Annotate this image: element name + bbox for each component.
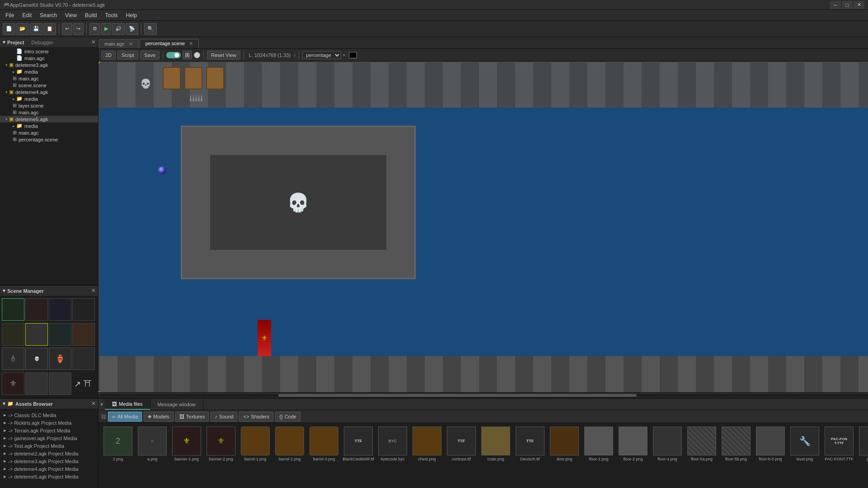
asset-floor1[interactable]: floor-1.png — [583, 427, 615, 461]
menu-file[interactable]: File — [2, 11, 18, 19]
menu-edit[interactable]: Edit — [19, 11, 35, 19]
asset-floorb5[interactable]: floor-b-5.png — [755, 427, 786, 461]
project-tab-project[interactable]: Project — [7, 40, 24, 45]
undo-button[interactable]: ↩ — [62, 23, 72, 35]
save-toolbar-button[interactable]: 💾 — [30, 23, 42, 35]
asset-barrel3[interactable]: barrel-3.png — [308, 427, 340, 461]
minimize-button[interactable]: ─ — [830, 1, 841, 9]
asset-2png[interactable]: 2 2.png — [102, 427, 134, 461]
asset-apng[interactable]: A a.png — [136, 427, 168, 461]
scrollbar-thumb[interactable] — [278, 394, 637, 397]
asset-crate[interactable]: crate.png — [480, 427, 511, 461]
grid-dots-button[interactable]: ⊞ — [183, 51, 192, 59]
scene-thumb-5[interactable] — [25, 323, 48, 346]
assets-deleteme3[interactable]: ▸ -> deleteme3.agk Project Media — [2, 457, 96, 465]
assets-gameover[interactable]: ▸ -> gameover.agk Project Media — [2, 434, 96, 442]
asset-floor5a[interactable]: floor-5a.png — [686, 427, 718, 461]
asset-pacfont[interactable]: PAC-FON T.TTF PAC-FONT.TTF — [823, 427, 855, 461]
toggle-slider[interactable] — [166, 52, 181, 58]
reset-view-button[interactable]: Reset View — [207, 51, 240, 60]
scene-thumb-3[interactable] — [72, 298, 95, 321]
asset-blackcastle[interactable]: TTF BlackCastleMF.ttf — [343, 427, 374, 461]
close-button[interactable]: ✕ — [854, 1, 864, 9]
debug-button[interactable]: 🔊 — [112, 23, 125, 35]
compile-button[interactable]: ⚙ — [89, 23, 100, 35]
all-media-button[interactable]: ∞ All Media — [108, 412, 142, 422]
tab-main-agc-close[interactable]: ✕ — [129, 41, 133, 47]
assets-deleteme4[interactable]: ▸ -> deleteme4.agk Project Media — [2, 465, 96, 473]
scene-thumb-6[interactable] — [49, 323, 71, 346]
menu-help[interactable]: Help — [122, 11, 141, 19]
menu-view[interactable]: View — [61, 11, 80, 19]
broadcast-button[interactable]: 📡 — [126, 23, 138, 35]
save-scene-button[interactable]: Save — [140, 51, 160, 60]
menu-build[interactable]: Build — [81, 11, 101, 19]
asset-chest[interactable]: chest.png — [411, 427, 443, 461]
scene-manager-close[interactable]: ✕ — [91, 288, 95, 294]
asset-contrast[interactable]: TTF contrast.ttf — [446, 427, 477, 461]
redo-button[interactable]: ↪ — [73, 23, 84, 35]
tree-item-layer-scene[interactable]: ⊞ layer.scene — [0, 102, 98, 109]
canvas-area[interactable]: 💀 — [99, 61, 868, 398]
assets-classic-dlc[interactable]: ▸ -> Classic DLC Media — [2, 411, 96, 419]
scene-thumb-12[interactable]: ⚜ — [2, 372, 24, 395]
project-close[interactable]: ✕ — [91, 39, 95, 45]
assets-collapse-icon[interactable]: ▾ — [3, 401, 5, 407]
scene-thumb-2[interactable] — [49, 298, 71, 321]
assets-ricktris[interactable]: ▸ -> Ricktris.agk Project Media — [2, 419, 96, 427]
scene-thumb-9[interactable]: 💀 — [25, 347, 48, 370]
asset-deutsch[interactable]: TTF Deutsch.ttf — [514, 427, 546, 461]
scene-thumb-7[interactable] — [72, 323, 95, 346]
background-color-swatch[interactable] — [349, 52, 357, 58]
asset-barrel1[interactable]: barrel-1.png — [239, 427, 271, 461]
asset-bytecode[interactable]: BYC bytecode.byc — [377, 427, 408, 461]
shaders-button[interactable]: <> Shaders — [239, 412, 273, 422]
scene-thumb-0[interactable] — [2, 298, 24, 321]
maximize-button[interactable]: □ — [842, 1, 853, 9]
assets-browser-close[interactable]: ✕ — [91, 401, 95, 407]
sound-button[interactable]: ♪ Sound — [211, 412, 237, 422]
asset-lever[interactable]: 🔧 lever.png — [789, 427, 821, 461]
tab-main-agc[interactable]: main.agc ✕ — [99, 39, 139, 48]
tree-item-main-agc-4[interactable]: ⊞ main.agc — [0, 129, 98, 136]
scene-thumb-8[interactable]: 🕯 — [2, 347, 24, 370]
scene-thumb-14[interactable] — [49, 372, 71, 395]
tree-item-deleteme5[interactable]: ▾ ▣ deleteme5.agk — [0, 116, 98, 122]
tree-item-main-agc-2[interactable]: ⊞ main.agc — [0, 75, 98, 82]
asset-pot[interactable]: 🏺 pot.png — [858, 427, 868, 461]
assets-test[interactable]: ▸ -> Test.agk Project Media — [2, 442, 96, 450]
textures-button[interactable]: 🖼 Textures — [175, 412, 209, 422]
open-button[interactable]: 📂 — [16, 23, 29, 35]
arch-icon[interactable]: ⛩ — [84, 379, 92, 389]
asset-floor4[interactable]: floor-4.png — [652, 427, 683, 461]
bottom-panel-collapse[interactable]: ▾ — [100, 401, 103, 408]
assets-deleteme5[interactable]: ▸ -> deleteme5.agk Project Media — [2, 473, 96, 480]
mode-script-button[interactable]: Script — [117, 51, 138, 60]
asset-door[interactable]: door.png — [549, 427, 580, 461]
tree-item-scene-scene[interactable]: ⊞ scene.scene — [0, 82, 98, 89]
run-button[interactable]: ▶ — [101, 23, 111, 35]
view-name-select[interactable]: percentage — [302, 51, 341, 59]
assets-terrain[interactable]: ▸ -> Terrain.agk Project Media — [2, 427, 96, 434]
assets-deleteme2[interactable]: ▸ -> deleteme2.agk Project Media — [2, 450, 96, 457]
horizontal-scrollbar[interactable] — [99, 392, 868, 398]
scene-thumb-1[interactable] — [25, 298, 48, 321]
tree-item-deleteme4[interactable]: ▾ ▣ deleteme4.agk — [0, 89, 98, 95]
scene-thumb-10[interactable]: 🏺 — [49, 347, 71, 370]
asset-banner2[interactable]: ⚜ banner-2.png — [205, 427, 237, 461]
scene-thumb-11[interactable] — [72, 347, 95, 370]
scene-thumb-4[interactable] — [2, 323, 24, 346]
tree-item-main-agc-1[interactable]: 📄 main.agc — [0, 55, 98, 61]
search-toolbar-button[interactable]: 🔍 — [144, 23, 157, 35]
mode-2d-button[interactable]: 2D — [101, 51, 116, 60]
tab-media-files[interactable]: 🖼 Media files — [105, 399, 150, 410]
tree-item-deleteme3[interactable]: ▾ ▣ deleteme3.agk — [0, 61, 98, 68]
code-button[interactable]: {} Code — [275, 412, 300, 422]
tree-item-media-1[interactable]: ▸ 📁 media — [0, 68, 98, 75]
tree-item-intro-scene[interactable]: 📄 intro.scene — [0, 48, 98, 55]
save-all-button[interactable]: 📋 — [43, 23, 56, 35]
new-button[interactable]: 📄 — [3, 23, 15, 35]
menu-search[interactable]: Search — [36, 11, 61, 19]
tree-item-main-agc-3[interactable]: ⊞ main.agc — [0, 109, 98, 116]
asset-floor5b[interactable]: floor-5b.png — [720, 427, 752, 461]
